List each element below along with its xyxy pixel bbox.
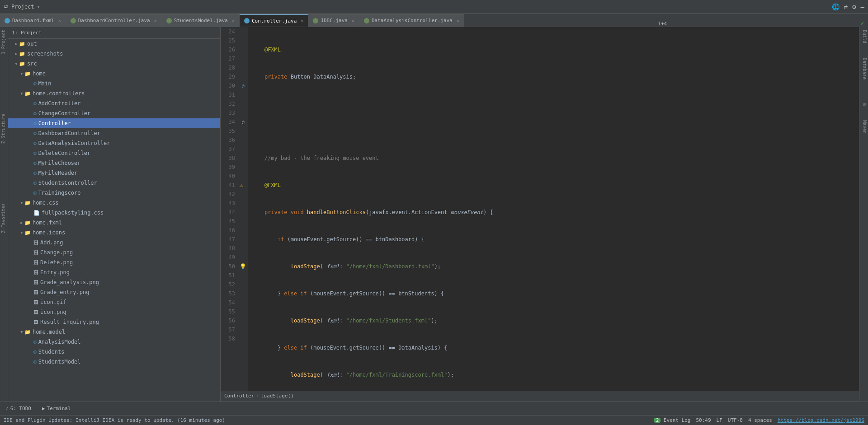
code-editor[interactable]: @FXML private Button DataAnalysis; //my … bbox=[248, 27, 859, 391]
tree-item-grade-entry-png[interactable]: 🖼 Grade_entry.png bbox=[8, 287, 220, 297]
terminal-label: Terminal bbox=[47, 406, 71, 411]
tree-item-controller[interactable]: © Controller bbox=[8, 118, 220, 128]
breadcrumb-separator: › bbox=[256, 393, 259, 399]
tree-item-fullpackstyling[interactable]: 📄 fullpackstyling.css bbox=[8, 208, 220, 218]
editor-gutter[interactable]: @ @ ⚠ 💡 bbox=[239, 27, 248, 391]
gear-icon[interactable]: ⚙ bbox=[852, 3, 856, 10]
tree-item-studentscontroller[interactable]: © StudentsController bbox=[8, 178, 220, 188]
tree-item-deletecontroller[interactable]: © DeleteController bbox=[8, 148, 220, 158]
png-icon: 🖼 bbox=[33, 319, 38, 325]
todo-icon: ✓ bbox=[5, 406, 9, 411]
tab-close-icon[interactable]: ✕ bbox=[232, 18, 235, 23]
png-icon: 🖼 bbox=[33, 270, 38, 276]
code-line-30: private void handleButtonClicks(javafx.e… bbox=[251, 208, 855, 217]
globe-icon[interactable]: 🌐 bbox=[832, 3, 840, 10]
java-file-icon: © bbox=[33, 150, 37, 156]
tree-item-entry-png[interactable]: 🖼 Entry.png bbox=[8, 267, 220, 277]
url-link[interactable]: https://blog.csdn.net/jsc1996 bbox=[778, 417, 864, 423]
tab-jdbc-java[interactable]: JDBC.java ✕ bbox=[308, 14, 359, 27]
tree-item-dashboardcontroller[interactable]: © DashboardController bbox=[8, 128, 220, 138]
tree-item-dataanalysiscontroller[interactable]: © DataAnalysisController bbox=[8, 138, 220, 148]
left-edge-project[interactable]: 1-Project bbox=[0, 27, 8, 57]
tree-item-out[interactable]: ▶ 📁 out bbox=[8, 39, 220, 49]
tab-close-icon[interactable]: ✕ bbox=[457, 18, 459, 23]
tree-item-home-css[interactable]: ▼ 📁 home.css bbox=[8, 198, 220, 208]
code-line-27 bbox=[251, 126, 855, 135]
right-edge-maven[interactable]: Maven bbox=[859, 117, 868, 136]
tree-item-analysismodel[interactable]: © AnalysisModel bbox=[8, 337, 220, 347]
terminal-tab[interactable]: ▶ Terminal bbox=[40, 405, 73, 412]
tree-item-icon-gif[interactable]: 🖼 icon.gif bbox=[8, 297, 220, 307]
line-ending: LF bbox=[717, 417, 722, 423]
tree-item-change-png[interactable]: 🖼 Change.png bbox=[8, 248, 220, 257]
event-log-badge[interactable]: 2 Event Log bbox=[654, 417, 690, 423]
right-edge-m[interactable]: m bbox=[859, 100, 868, 108]
tree-item-home-model[interactable]: ▼ 📁 home.model bbox=[8, 327, 220, 337]
java-file-icon: © bbox=[33, 101, 37, 107]
status-bar: IDE and Plugin Updates: IntelliJ IDEA is… bbox=[0, 415, 868, 425]
tree-item-icon-png[interactable]: 🖼 icon.png bbox=[8, 307, 220, 317]
tree-item-myfilereader[interactable]: © MyFileReader bbox=[8, 168, 220, 178]
tree-item-students[interactable]: © Students bbox=[8, 347, 220, 357]
left-edge-favorites[interactable]: Z-Favorites bbox=[0, 201, 8, 236]
minimize-icon[interactable]: — bbox=[861, 3, 864, 10]
tab-close-icon[interactable]: ✕ bbox=[58, 18, 61, 23]
left-edge-structure[interactable]: Z-Structure bbox=[0, 111, 8, 146]
tree-item-delete-png[interactable]: 🖼 Delete.png bbox=[8, 257, 220, 267]
tab-dashboard-controller[interactable]: DashboardController.java ✕ bbox=[66, 14, 162, 27]
tree-item-home-icons[interactable]: ▼ 📁 home.icons bbox=[8, 228, 220, 238]
status-right: 2 Event Log 50:49 LF UTF-8 4 spaces http… bbox=[654, 417, 864, 423]
expand-arrow: ▶ bbox=[14, 51, 19, 56]
tab-controller-java[interactable]: Controller.java ✕ bbox=[240, 14, 308, 27]
code-line-26 bbox=[251, 99, 855, 108]
todo-tab[interactable]: ✓ 6: TODO bbox=[4, 405, 33, 412]
file-tree[interactable]: ▶ 📁 out ▶ 📁 screenshots ▼ 📁 src ▼ bbox=[8, 39, 220, 402]
terminal-icon: ▶ bbox=[42, 406, 45, 411]
tab-dashboard-fxml[interactable]: Dashboard.fxml ✕ bbox=[0, 14, 66, 27]
tree-item-screenshots[interactable]: ▶ 📁 screenshots bbox=[8, 49, 220, 59]
gif-icon: 🖼 bbox=[33, 299, 38, 305]
split-icon[interactable]: ⇄ bbox=[844, 3, 848, 10]
tree-item-result-inquiry-png[interactable]: 🖼 Result_inquiry.png bbox=[8, 317, 220, 327]
tab-close-icon[interactable]: ✕ bbox=[154, 18, 157, 23]
right-edge-build[interactable]: Build bbox=[859, 27, 868, 46]
panel-header: 1: Project bbox=[8, 27, 220, 39]
right-edge-database[interactable]: Database bbox=[859, 55, 868, 82]
tree-item-trainingscore[interactable]: © Trainingscore bbox=[8, 188, 220, 198]
tree-item-home[interactable]: ▼ 📁 home bbox=[8, 69, 220, 79]
folder-icon: 📁 bbox=[24, 220, 31, 226]
java-file-icon: © bbox=[33, 339, 37, 345]
breadcrumb-part-2[interactable]: loadStage() bbox=[261, 393, 294, 399]
tree-item-changecontroller[interactable]: © ChangeController bbox=[8, 108, 220, 118]
folder-icon: 📁 bbox=[24, 230, 31, 236]
code-container[interactable]: 24 25 26 27 28 29 30 31 32 33 34 35 36 3… bbox=[221, 27, 859, 391]
tree-item-home-controllers[interactable]: ▼ 📁 home.controllers bbox=[8, 89, 220, 98]
code-line-33: } else if (mouseEvent.getSource() == btn… bbox=[251, 289, 855, 298]
tree-item-addcontroller[interactable]: © AddController bbox=[8, 98, 220, 108]
warning-icon-41: ⚠ bbox=[240, 181, 243, 190]
bulb-icon-50[interactable]: 💡 bbox=[240, 262, 246, 271]
code-line-31: if (mouseEvent.getSource() == btnDashboa… bbox=[251, 235, 855, 244]
tree-item-main[interactable]: © Main bbox=[8, 79, 220, 89]
project-label: Project bbox=[11, 4, 34, 10]
java-icon bbox=[166, 18, 172, 23]
tab-data-analysis-controller[interactable]: DataAnalysisController.java ✕ bbox=[359, 14, 464, 27]
tree-item-studentsmodel[interactable]: © StudentsModel bbox=[8, 357, 220, 367]
png-icon: 🖼 bbox=[33, 309, 38, 315]
tab-close-icon[interactable]: ✕ bbox=[301, 19, 303, 23]
java-file-icon: © bbox=[33, 160, 37, 166]
tab-students-model[interactable]: StudentsModel.java ✕ bbox=[162, 14, 240, 27]
code-line-35: } else if (mouseEvent.getSource() == Dat… bbox=[251, 343, 855, 352]
tree-item-myfilechooser[interactable]: © MyFileChooser bbox=[8, 158, 220, 168]
tree-item-grade-analysis-png[interactable]: 🖼 Grade_analysis.png bbox=[8, 277, 220, 287]
code-line-34: loadStage( fxml: "/home/fxml/Students.fx… bbox=[251, 316, 855, 325]
java-file-icon: © bbox=[33, 111, 37, 117]
tree-item-src[interactable]: ▼ 📁 src bbox=[8, 59, 220, 69]
tab-close-icon[interactable]: ✕ bbox=[352, 18, 354, 23]
code-line-28: //my bad - the freaking mouse event bbox=[251, 154, 855, 163]
folder-icon: 📁 bbox=[19, 61, 25, 67]
tree-item-add-png[interactable]: 🖼 Add.png bbox=[8, 238, 220, 248]
encoding: UTF-8 bbox=[728, 417, 743, 423]
tree-item-home-fxml[interactable]: ▶ 📁 home.fxml bbox=[8, 218, 220, 228]
breadcrumb-part-1[interactable]: Controller bbox=[224, 393, 254, 399]
